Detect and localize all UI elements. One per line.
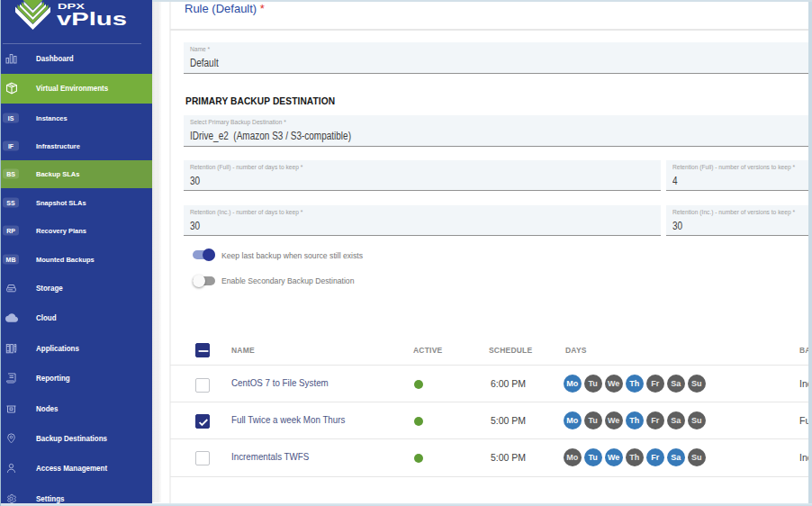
- svg-text:vPlus: vPlus: [57, 8, 127, 29]
